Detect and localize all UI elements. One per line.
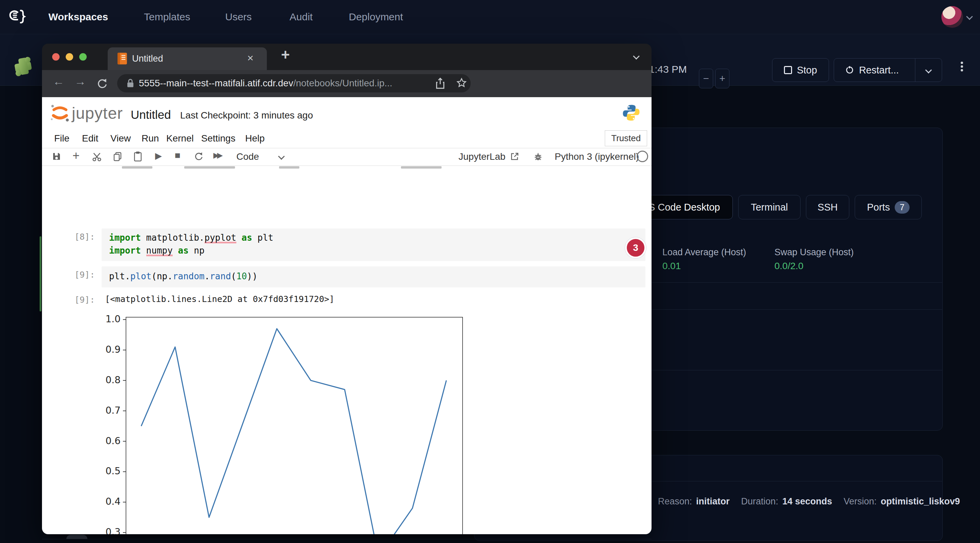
stop-icon — [784, 66, 792, 74]
user-menu-chevron-icon[interactable] — [966, 13, 973, 20]
zoom-in-button[interactable]: + — [715, 69, 729, 88]
nav-item-workspaces[interactable]: Workspaces — [48, 0, 108, 34]
menu-view[interactable]: View — [110, 133, 131, 144]
coder-logo-icon[interactable] — [6, 6, 28, 28]
jupyterlab-link[interactable]: JupyterLab — [458, 151, 506, 162]
kernel-name[interactable]: Python 3 (ipykernel) — [555, 151, 639, 162]
nav-item-templates[interactable]: Templates — [144, 0, 190, 34]
checkpoint-status: Last Checkpoint: 3 minutes ago — [180, 110, 313, 121]
external-link-icon[interactable] — [510, 152, 519, 161]
menu-file[interactable]: File — [54, 133, 69, 144]
window-minimize-button[interactable] — [66, 53, 73, 60]
menu-edit[interactable]: Edit — [82, 133, 98, 144]
add-cell-button[interactable]: + — [72, 149, 80, 163]
stop-button-label: Stop — [797, 65, 817, 76]
browser-window: Untitled × + ← → 5555--main--test--matif… — [42, 44, 652, 534]
user-avatar[interactable] — [942, 6, 963, 28]
workspace-puzzle-icon — [10, 52, 36, 80]
run-cell-button[interactable]: ▶ — [155, 151, 162, 161]
cell-type-dropdown[interactable]: Code — [236, 151, 259, 162]
restart-button[interactable]: Restart... — [834, 58, 942, 82]
menu-help[interactable]: Help — [245, 133, 265, 144]
output-9-prompt: [9]: — [75, 295, 95, 305]
restart-chevron-icon — [925, 67, 932, 73]
nav-item-audit[interactable]: Audit — [290, 0, 313, 34]
interrupt-kernel-button[interactable]: ■ — [175, 150, 180, 161]
menu-kernel[interactable]: Kernel — [166, 133, 194, 144]
stop-button[interactable]: Stop — [772, 58, 829, 82]
browser-tab-strip: Untitled × + — [42, 44, 652, 70]
lock-icon — [126, 79, 135, 88]
address-bar[interactable]: 5555--main--test--matifali.atif.cdr.dev/… — [117, 74, 471, 92]
badge-count: 3 — [633, 242, 638, 253]
matplotlib-figure: 1.00.90.80.70.60.50.40.30.202468 — [102, 314, 481, 534]
menu-settings[interactable]: Settings — [201, 133, 235, 144]
reload-button[interactable] — [96, 78, 108, 90]
reason-value: initiator — [696, 496, 730, 507]
share-icon[interactable] — [435, 77, 445, 89]
output-9-text: [<matplotlib.lines.Line2D at 0x7fd03f191… — [105, 294, 334, 304]
bookmark-star-icon[interactable] — [456, 77, 467, 89]
duration-label: Duration: — [741, 496, 778, 507]
code-cell-8[interactable]: import matplotlib.pyplot as plt import n… — [102, 229, 646, 261]
save-button[interactable] — [51, 151, 62, 162]
tab-ports[interactable]: Ports 7 — [855, 195, 922, 219]
zoom-out-button[interactable]: − — [699, 69, 713, 88]
window-close-button[interactable] — [52, 53, 60, 60]
y-tick-label: 1.0 — [102, 313, 121, 325]
tab-list-chevron-icon[interactable] — [633, 53, 640, 60]
stat-swap-usage-label: Swap Usage (Host) — [775, 247, 854, 257]
cell-type-chevron-icon[interactable] — [278, 153, 285, 160]
window-maximize-button[interactable] — [79, 53, 87, 60]
y-tick-label: 0.3 — [102, 526, 121, 534]
debugger-bug-icon[interactable] — [533, 151, 543, 162]
cell-9-prompt: [9]: — [75, 270, 95, 279]
restart-kernel-button[interactable] — [194, 151, 204, 162]
tab-ssh[interactable]: SSH — [806, 195, 849, 219]
tab-close-icon[interactable]: × — [247, 52, 254, 64]
browser-tab-untitled[interactable]: Untitled × — [108, 48, 267, 70]
y-tick-label: 0.9 — [102, 344, 121, 355]
menu-run[interactable]: Run — [142, 133, 159, 144]
bottom-divider — [42, 539, 652, 539]
notebook-favicon — [117, 52, 127, 65]
url-domain: 5555--main--test--matifali.atif.cdr.dev — [139, 78, 293, 88]
stat-swap-usage-value: 0.0/2.0 — [775, 261, 803, 272]
back-button[interactable]: ← — [53, 75, 64, 88]
y-tick-label: 0.5 — [102, 465, 121, 477]
cut-cells-button[interactable] — [91, 151, 102, 162]
jupyter-toolbar: + ▶ ■ — [42, 148, 652, 166]
restart-run-all-button[interactable]: ▶▶ — [213, 151, 221, 160]
duration-value: 14 seconds — [782, 496, 832, 507]
chart-canvas — [102, 314, 481, 534]
y-tick-label: 0.7 — [102, 405, 121, 416]
y-tick-label: 0.6 — [102, 435, 121, 446]
jupyter-logo-icon — [50, 103, 70, 124]
stat-load-average-value: 0.01 — [662, 261, 681, 272]
reason-label: Reason: — [658, 496, 692, 507]
y-tick-label: 0.8 — [102, 375, 121, 386]
version-value: optimistic_liskov9 — [881, 496, 960, 507]
restart-options-button[interactable] — [915, 59, 942, 82]
workspace-kebab-menu[interactable] — [958, 60, 965, 73]
code-cell-9[interactable]: plt.plot(np.random.rand(10)) — [102, 267, 646, 287]
url-text[interactable]: 5555--main--test--matifali.atif.cdr.dev/… — [139, 78, 393, 89]
new-tab-button[interactable]: + — [281, 46, 290, 63]
notebook-title[interactable]: Untitled — [131, 108, 171, 122]
tab-terminal[interactable]: Terminal — [738, 195, 800, 219]
tab-label: SSH — [818, 202, 838, 213]
paste-cells-button[interactable] — [133, 151, 143, 162]
url-path: /notebooks/Untitled.ip... — [293, 78, 393, 88]
jupyter-menu-bar: File Edit View Run Kernel Settings Help … — [42, 129, 652, 148]
forward-button[interactable]: → — [75, 75, 86, 88]
top-nav: Workspaces Templates Users Audit Deploym… — [0, 0, 980, 34]
tab-label: Ports — [867, 202, 890, 213]
copy-cells-button[interactable] — [113, 151, 123, 162]
nav-item-deployment[interactable]: Deployment — [349, 0, 403, 34]
page: Workspaces Templates Users Audit Deploym… — [0, 0, 980, 543]
nav-item-users[interactable]: Users — [225, 0, 251, 34]
trusted-button[interactable]: Trusted — [605, 130, 647, 146]
bottom-dome — [66, 535, 88, 539]
stat-load-average-label: Load Average (Host) — [662, 247, 746, 257]
tab-label: VS Code Desktop — [642, 202, 720, 213]
